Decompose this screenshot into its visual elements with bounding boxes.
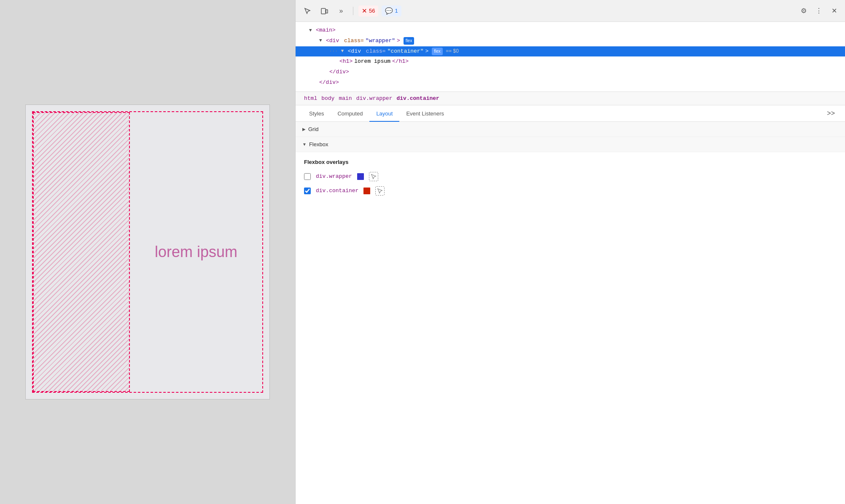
container-overlay [33, 112, 130, 392]
overlay-label-container[interactable]: div.container [316, 188, 358, 194]
flex-badge-container: flex [432, 48, 443, 55]
attr-value-wrapper: "wrapper" [366, 37, 395, 46]
flex-badge-wrapper: flex [404, 37, 414, 45]
preview-frame: lorem ipsum [25, 105, 270, 399]
tag-wrapper-close: </div> [319, 78, 339, 87]
tag-h1-open: <h1> [339, 57, 353, 66]
flexbox-section-title: Flexbox [309, 141, 328, 147]
wrapper-right: lorem ipsum [130, 112, 262, 392]
overlay-swatch-wrapper[interactable] [357, 173, 364, 180]
ellipsis-container: ··· [329, 48, 338, 55]
lorem-ipsum-text: lorem ipsum [155, 243, 237, 261]
tree-arrow-main: ▼ [309, 27, 314, 35]
tree-arrow-container: ▼ [341, 48, 346, 55]
tab-event-listeners[interactable]: Event Listeners [399, 106, 451, 122]
tab-more-button[interactable]: >> [823, 105, 838, 121]
tag-container-close: </div> [329, 68, 349, 77]
more-tools-button[interactable]: » [334, 4, 348, 18]
overlay-label-wrapper[interactable]: div.wrapper [316, 173, 352, 180]
breadcrumb-main[interactable]: main [337, 94, 353, 102]
breadcrumb-wrapper[interactable]: div.wrapper [355, 94, 394, 102]
grid-section-title: Grid [308, 126, 319, 132]
devtools-panel: » ✕ 56 💬 1 ⚙ ⋮ ✕ ▼ <main> ▼ [295, 0, 845, 504]
message-count: 1 [395, 8, 398, 14]
tree-container-close[interactable]: </div> [296, 67, 845, 78]
toolbar-separator-1 [353, 7, 353, 15]
devtools-toolbar: » ✕ 56 💬 1 ⚙ ⋮ ✕ [296, 0, 845, 22]
chevron-right-icon: » [339, 7, 343, 15]
grid-arrow-icon: ▶ [302, 127, 306, 131]
tree-arrow-wrapper: ▼ [319, 37, 324, 45]
overlay-cursor-container[interactable] [375, 186, 385, 196]
tree-wrapper[interactable]: ▼ <div class= "wrapper" > flex [296, 36, 845, 46]
preview-panel: lorem ipsum [0, 0, 295, 504]
flexbox-arrow-icon: ▼ [302, 142, 307, 147]
tag-container: <div [348, 47, 364, 56]
overlay-row-container: div.container [304, 186, 837, 196]
flexbox-section-content: Flexbox overlays div.wrapper div.contain… [296, 152, 845, 207]
device-toolbar-button[interactable] [318, 4, 331, 18]
h1-text: lorem ipsum [354, 57, 390, 66]
overlay-checkbox-container[interactable] [304, 188, 311, 194]
tag-container-close-bracket: > [425, 47, 428, 56]
overlay-checkbox-wrapper[interactable] [304, 173, 311, 180]
svg-rect-1 [326, 10, 328, 13]
tree-wrapper-close[interactable]: </div> [296, 78, 845, 88]
error-badge[interactable]: ✕ 56 [358, 5, 378, 16]
tree-container[interactable]: ··· ▼ <div class= "container" > flex == … [296, 46, 845, 57]
more-options-button[interactable]: ⋮ [813, 5, 825, 17]
tree-main[interactable]: ▼ <main> [296, 25, 845, 36]
breadcrumb-html[interactable]: html [302, 94, 319, 102]
message-badge[interactable]: 💬 1 [382, 5, 401, 16]
grid-section-header[interactable]: ▶ Grid [296, 122, 845, 137]
tabs-bar: Styles Computed Layout Event Listeners >… [296, 105, 845, 122]
overlay-row-wrapper: div.wrapper [304, 172, 837, 181]
breadcrumb: html body main div.wrapper div.container [296, 92, 845, 105]
wrapper-overlay: lorem ipsum [32, 111, 263, 393]
overlay-cursor-wrapper[interactable] [369, 172, 378, 181]
attr-class-container: class= [366, 47, 386, 56]
error-icon: ✕ [362, 7, 367, 15]
overlay-swatch-container[interactable] [363, 188, 370, 194]
tag-wrapper-close-bracket: > [397, 37, 400, 46]
svg-rect-0 [321, 8, 326, 14]
tree-h1[interactable]: <h1> lorem ipsum </h1> [296, 56, 845, 67]
attr-value-container: "container" [388, 47, 424, 56]
html-tree: ▼ <main> ▼ <div class= "wrapper" > flex … [296, 22, 845, 92]
attr-class-wrapper: class= [344, 37, 364, 46]
breadcrumb-body[interactable]: body [320, 94, 336, 102]
tab-computed[interactable]: Computed [331, 106, 369, 122]
dollar-sign: == $0 [444, 47, 459, 55]
tag-main: <main> [316, 26, 336, 35]
breadcrumb-container[interactable]: div.container [395, 94, 441, 102]
tag-h1-close: </h1> [392, 57, 409, 66]
tab-layout[interactable]: Layout [369, 106, 399, 122]
error-count: 56 [369, 8, 375, 14]
chat-icon: 💬 [385, 7, 393, 15]
close-devtools-button[interactable]: ✕ [828, 5, 840, 17]
flexbox-section-header[interactable]: ▼ Flexbox [296, 137, 845, 152]
inspect-element-button[interactable] [301, 4, 314, 18]
tab-styles[interactable]: Styles [302, 106, 331, 122]
layout-content: ▶ Grid ▼ Flexbox Flexbox overlays div.wr… [296, 122, 845, 504]
flexbox-overlays-title: Flexbox overlays [304, 159, 837, 165]
tag-wrapper: <div [326, 37, 342, 46]
settings-button[interactable]: ⚙ [798, 5, 810, 17]
container-hatch [34, 113, 129, 391]
